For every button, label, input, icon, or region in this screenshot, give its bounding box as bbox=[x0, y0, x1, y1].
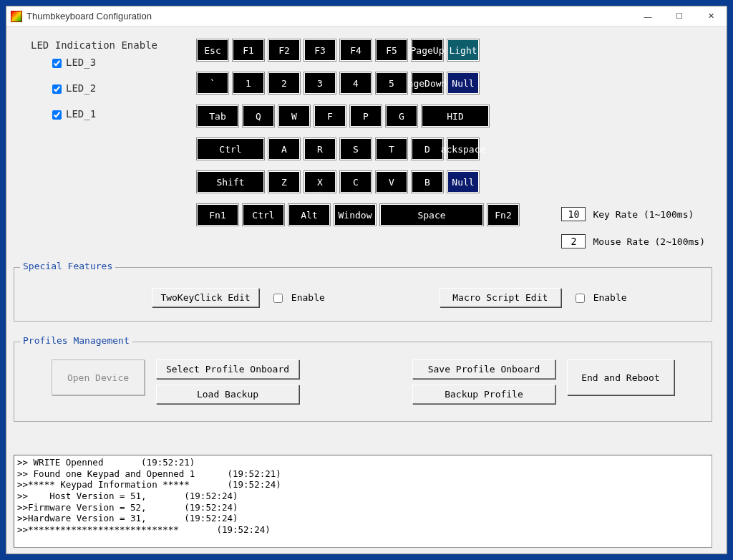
key-alt[interactable]: Alt bbox=[288, 204, 330, 226]
twokeyclick-edit-button[interactable]: TwoKeyClick Edit bbox=[152, 288, 259, 307]
key-agedown[interactable]: ageDown bbox=[412, 72, 443, 94]
open-device-button[interactable]: Open Device bbox=[52, 359, 145, 395]
special-features-group: Special Features TwoKeyClick Edit Enable… bbox=[14, 267, 712, 322]
load-backup-button[interactable]: Load Backup bbox=[156, 385, 299, 404]
key-b[interactable]: B bbox=[412, 171, 443, 193]
profiles-legend: Profiles Management bbox=[20, 335, 132, 346]
key-f4[interactable]: F4 bbox=[340, 39, 372, 61]
rate-settings: Key Rate (1~100ms) Mouse Rate (2~100ms) bbox=[561, 207, 705, 261]
key-pageup[interactable]: PageUp bbox=[412, 39, 443, 61]
key-r[interactable]: R bbox=[304, 138, 336, 160]
macro-enable-checkbox[interactable]: Enable bbox=[576, 292, 627, 303]
key-shift[interactable]: Shift bbox=[197, 171, 264, 193]
key-f5[interactable]: F5 bbox=[376, 39, 407, 61]
led-checkbox-LED_3[interactable]: LED_3 bbox=[52, 57, 157, 68]
mouse-rate-input[interactable] bbox=[561, 234, 586, 248]
maximize-button[interactable]: ☐ bbox=[664, 6, 695, 26]
end-and-reboot-button[interactable]: End and Reboot bbox=[567, 359, 674, 395]
key--[interactable]: ` bbox=[197, 72, 228, 94]
key-space[interactable]: Space bbox=[380, 204, 483, 226]
key-ctrl[interactable]: Ctrl bbox=[197, 138, 264, 160]
key-a[interactable]: A bbox=[268, 138, 300, 160]
key-fn2[interactable]: Fn2 bbox=[487, 204, 519, 226]
key-z[interactable]: Z bbox=[268, 171, 300, 193]
minimize-button[interactable]: — bbox=[632, 6, 664, 26]
client-area: LED Indication Enable LED_3LED_2LED_1 Es… bbox=[6, 26, 727, 554]
led-checkbox-LED_2[interactable]: LED_2 bbox=[52, 82, 157, 94]
key-5[interactable]: 5 bbox=[376, 72, 407, 94]
window-title: Thumbkeyboard Configuration bbox=[26, 11, 632, 21]
key-x[interactable]: X bbox=[304, 171, 336, 193]
key-window[interactable]: Window bbox=[334, 204, 376, 226]
key-f2[interactable]: F2 bbox=[268, 39, 300, 61]
special-features-legend: Special Features bbox=[20, 261, 115, 271]
key-fn1[interactable]: Fn1 bbox=[197, 204, 238, 226]
key-2[interactable]: 2 bbox=[268, 72, 300, 94]
macro-script-edit-button[interactable]: Macro Script Edit bbox=[440, 288, 561, 307]
window-controls: — ☐ ✕ bbox=[632, 6, 727, 26]
key-hid[interactable]: HID bbox=[422, 105, 489, 127]
save-profile-onboard-button[interactable]: Save Profile Onboard bbox=[412, 359, 555, 379]
key-w[interactable]: W bbox=[278, 105, 310, 127]
key-ackspace[interactable]: ackspace bbox=[447, 138, 479, 160]
key-ctrl[interactable]: Ctrl bbox=[243, 204, 284, 226]
led-title: LED Indication Enable bbox=[31, 39, 157, 51]
led-indication-block: LED Indication Enable LED_3LED_2LED_1 bbox=[31, 39, 157, 134]
key-4[interactable]: 4 bbox=[340, 72, 372, 94]
key-1[interactable]: 1 bbox=[233, 72, 264, 94]
key-q[interactable]: Q bbox=[243, 105, 274, 127]
keyboard-layout: EscF1F2F3F4F5PageUpLight`12345ageDownNul… bbox=[197, 39, 519, 237]
key-t[interactable]: T bbox=[376, 138, 407, 160]
backup-profile-button[interactable]: Backup Profile bbox=[412, 385, 555, 404]
key-f[interactable]: F bbox=[314, 105, 346, 127]
key-null[interactable]: Null bbox=[447, 72, 479, 94]
select-profile-onboard-button[interactable]: Select Profile Onboard bbox=[156, 359, 299, 379]
key-v[interactable]: V bbox=[376, 171, 407, 193]
twokeyclick-enable-checkbox[interactable]: Enable bbox=[273, 292, 325, 303]
key-esc[interactable]: Esc bbox=[197, 39, 228, 61]
key-rate-label: Key Rate (1~100ms) bbox=[593, 209, 694, 220]
key-s[interactable]: S bbox=[340, 138, 372, 160]
key-null[interactable]: Null bbox=[447, 171, 479, 193]
key-rate-input[interactable] bbox=[561, 207, 586, 221]
key-f3[interactable]: F3 bbox=[304, 39, 336, 61]
key-p[interactable]: P bbox=[350, 105, 382, 127]
output-console[interactable]: >> WRITE Openned (19:52:21) >> Found one… bbox=[14, 455, 712, 548]
key-c[interactable]: C bbox=[340, 171, 372, 193]
close-button[interactable]: ✕ bbox=[695, 6, 727, 26]
key-d[interactable]: D bbox=[412, 138, 443, 160]
led-checkbox-LED_1[interactable]: LED_1 bbox=[52, 108, 157, 120]
app-icon bbox=[11, 11, 22, 22]
title-bar: Thumbkeyboard Configuration — ☐ ✕ bbox=[6, 6, 727, 26]
profiles-management-group: Profiles Management Open Device Select P… bbox=[14, 342, 712, 422]
key-tab[interactable]: Tab bbox=[197, 105, 238, 127]
key-light[interactable]: Light bbox=[447, 39, 479, 61]
key-3[interactable]: 3 bbox=[304, 72, 336, 94]
key-f1[interactable]: F1 bbox=[233, 39, 264, 61]
key-g[interactable]: G bbox=[386, 105, 417, 127]
mouse-rate-label: Mouse Rate (2~100ms) bbox=[593, 236, 705, 247]
app-window: Thumbkeyboard Configuration — ☐ ✕ LED In… bbox=[6, 6, 727, 554]
